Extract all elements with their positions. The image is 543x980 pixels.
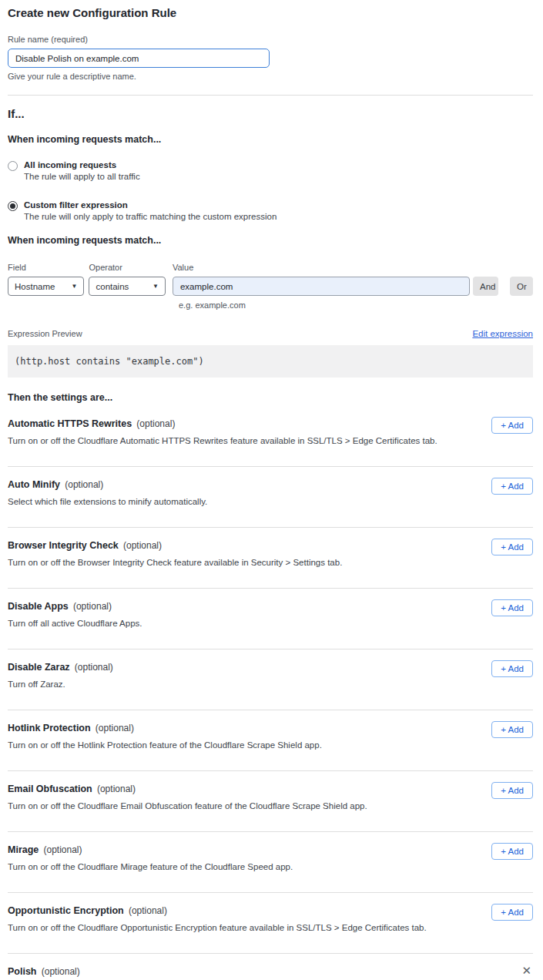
setting-description: Turn on or off the Cloudflare Automatic … — [8, 436, 439, 445]
expression-preview-code: (http.host contains "example.com") — [8, 345, 533, 378]
setting-row-disable-zaraz: Disable Zaraz (optional) Turn off Zaraz.… — [8, 649, 533, 710]
setting-optional-label: (optional) — [123, 540, 162, 551]
setting-title: Auto Minify — [8, 479, 60, 490]
setting-optional-label: (optional) — [136, 418, 175, 429]
setting-title: Disable Apps — [8, 601, 69, 612]
setting-description: Turn on or off the Browser Integrity Che… — [8, 558, 439, 567]
setting-optional-label: (optional) — [42, 966, 80, 977]
setting-description: Turn on or off the Cloudflare Opportunis… — [8, 923, 439, 932]
setting-title: Polish — [8, 966, 37, 977]
setting-optional-label: (optional) — [129, 905, 167, 916]
setting-title: Opportunistic Encryption — [8, 905, 124, 916]
setting-optional-label: (optional) — [73, 601, 112, 612]
create-configuration-rule-page: Create new Configuration Rule Rule name … — [0, 0, 543, 980]
settings-list: Automatic HTTPS Rewrites (optional) Turn… — [8, 406, 533, 980]
if-heading: If... — [8, 107, 533, 120]
value-label: Value — [173, 263, 470, 272]
setting-row-browser-integrity-check: Browser Integrity Check (optional) Turn … — [8, 528, 533, 589]
chevron-down-icon: ▼ — [72, 284, 78, 290]
field-select-value: Hostname — [15, 282, 55, 291]
setting-optional-label: (optional) — [97, 784, 136, 794]
setting-row-opportunistic-encryption: Opportunistic Encryption (optional) Turn… — [8, 893, 533, 954]
rule-name-label: Rule name (required) — [8, 35, 533, 44]
and-button[interactable]: And — [473, 277, 498, 296]
chevron-down-icon: ▼ — [153, 284, 159, 290]
radio-icon[interactable] — [8, 201, 18, 211]
or-button[interactable]: Or — [510, 277, 533, 296]
add-button[interactable]: + Add — [491, 539, 533, 555]
rule-name-input[interactable] — [8, 49, 270, 68]
add-button[interactable]: + Add — [491, 599, 533, 616]
setting-row-mirage: Mirage (optional) Turn on or off the Clo… — [8, 832, 533, 893]
setting-title: Browser Integrity Check — [8, 540, 119, 551]
page-title: Create new Configuration Rule — [8, 6, 533, 19]
add-button[interactable]: + Add — [491, 782, 533, 799]
radio-custom-filter-expression[interactable]: Custom filter expression The rule will o… — [8, 200, 533, 221]
radio-label: All incoming requests — [24, 160, 140, 169]
value-helper: e.g. example.com — [179, 300, 533, 310]
setting-row-polish: Polish (optional) Change the settings of… — [8, 954, 533, 980]
setting-optional-label: (optional) — [65, 479, 103, 490]
setting-title: Mirage — [8, 844, 39, 855]
setting-row-auto-minify: Auto Minify (optional) Select which file… — [8, 467, 533, 528]
setting-title: Hotlink Protection — [8, 723, 91, 733]
expression-preview-label: Expression Preview — [8, 329, 82, 338]
section-divider — [8, 95, 533, 96]
field-select[interactable]: Hostname ▼ — [8, 277, 84, 296]
field-label: Field — [8, 263, 84, 272]
setting-description: Turn off all active Cloudflare Apps. — [8, 619, 439, 628]
add-button[interactable]: + Add — [491, 417, 533, 434]
setting-row-hotlink-protection: Hotlink Protection (optional) Turn on or… — [8, 710, 533, 771]
setting-optional-label: (optional) — [75, 662, 113, 673]
value-input[interactable] — [173, 277, 470, 296]
radio-description: The rule will apply to all traffic — [24, 172, 140, 181]
add-button[interactable]: + Add — [491, 478, 533, 495]
edit-expression-link[interactable]: Edit expression — [472, 329, 533, 338]
builder-heading: When incoming requests match... — [8, 235, 533, 246]
radio-all-incoming-requests[interactable]: All incoming requests The rule will appl… — [8, 160, 533, 181]
setting-description: Select which file extensions to minify a… — [8, 497, 439, 506]
add-button[interactable]: + Add — [491, 904, 533, 921]
setting-title: Disable Zaraz — [8, 662, 70, 673]
rule-name-helper: Give your rule a descriptive name. — [8, 72, 533, 81]
setting-title: Email Obfuscation — [8, 784, 92, 794]
radio-icon[interactable] — [8, 161, 18, 171]
add-button[interactable]: + Add — [491, 843, 533, 860]
setting-row-email-obfuscation: Email Obfuscation (optional) Turn on or … — [8, 771, 533, 832]
match-heading: When incoming requests match... — [8, 134, 533, 145]
close-icon[interactable]: ✕ — [521, 965, 531, 976]
setting-optional-label: (optional) — [44, 844, 82, 855]
radio-label: Custom filter expression — [24, 200, 277, 210]
then-heading: Then the settings are... — [8, 392, 533, 403]
add-button[interactable]: + Add — [491, 721, 533, 738]
expression-builder: Field Hostname ▼ Operator contains ▼ Val… — [8, 263, 533, 310]
operator-label: Operator — [89, 263, 165, 272]
setting-row-disable-apps: Disable Apps (optional) Turn off all act… — [8, 589, 533, 649]
operator-select[interactable]: contains ▼ — [89, 277, 165, 296]
setting-description: Turn on or off the Cloudflare Email Obfu… — [8, 801, 439, 811]
setting-description: Turn off Zaraz. — [8, 680, 439, 689]
setting-row-automatic-https-rewrites: Automatic HTTPS Rewrites (optional) Turn… — [8, 406, 533, 467]
setting-optional-label: (optional) — [96, 723, 134, 733]
operator-select-value: contains — [96, 282, 129, 291]
request-match-radio-group: All incoming requests The rule will appl… — [8, 160, 533, 221]
setting-description: Turn on or off the Hotlink Protection fe… — [8, 740, 439, 750]
add-button[interactable]: + Add — [491, 660, 533, 677]
setting-title: Automatic HTTPS Rewrites — [8, 418, 132, 429]
setting-description: Turn on or off the Cloudflare Mirage fea… — [8, 862, 439, 871]
radio-description: The rule will only apply to traffic matc… — [24, 212, 277, 221]
